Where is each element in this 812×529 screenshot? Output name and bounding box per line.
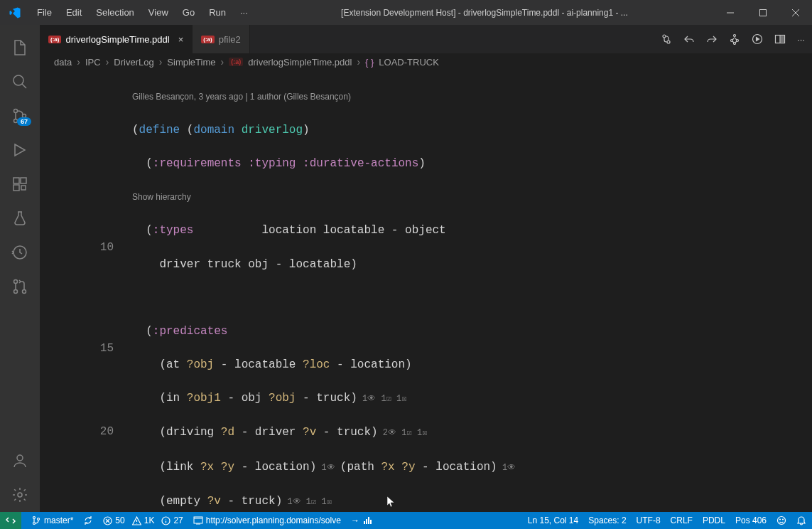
svg-rect-29 bbox=[194, 517, 202, 523]
svg-point-24 bbox=[33, 517, 36, 519]
menu-overflow[interactable]: ··· bbox=[233, 3, 255, 22]
tab-label: pfile2 bbox=[219, 34, 241, 45]
breadcrumb-symbol[interactable]: LOAD-TRUCK bbox=[379, 57, 439, 68]
next-change-icon[interactable] bbox=[706, 33, 718, 45]
breadcrumb-segment[interactable]: DriverLog bbox=[114, 57, 153, 68]
window-controls bbox=[714, 0, 812, 25]
activity-bar: 67 bbox=[0, 25, 40, 512]
run-debug-icon[interactable] bbox=[3, 133, 37, 167]
remote-indicator[interactable] bbox=[0, 512, 21, 529]
chevron-right-icon: › bbox=[159, 56, 163, 68]
breadcrumb-segment[interactable]: data bbox=[54, 57, 72, 68]
chevron-right-icon: › bbox=[77, 56, 80, 68]
more-actions-icon[interactable]: ··· bbox=[797, 34, 805, 45]
scm-badge: 67 bbox=[17, 117, 31, 126]
line-gutter: 10 15 20 bbox=[40, 70, 132, 512]
svg-point-15 bbox=[663, 35, 666, 38]
testing-icon[interactable] bbox=[3, 201, 37, 235]
codelens-hierarchy[interactable]: Show hierarchy bbox=[132, 192, 191, 202]
svg-point-16 bbox=[667, 41, 670, 43]
window-title: [Extension Development Host] - driverlog… bbox=[255, 8, 714, 18]
problems-indicator[interactable]: 50 1K 27 bbox=[103, 515, 183, 525]
cursor-position[interactable]: Ln 15, Col 14 bbox=[528, 515, 578, 525]
svg-point-1 bbox=[13, 75, 23, 85]
accounts-icon[interactable] bbox=[3, 444, 37, 478]
svg-point-14 bbox=[18, 493, 22, 497]
svg-point-36 bbox=[783, 519, 784, 520]
svg-rect-0 bbox=[760, 9, 767, 16]
sync-indicator[interactable] bbox=[83, 515, 93, 525]
prev-change-icon[interactable] bbox=[683, 33, 695, 45]
svg-point-12 bbox=[23, 290, 26, 294]
menu-go[interactable]: Go bbox=[175, 3, 202, 22]
menu-run[interactable]: Run bbox=[202, 3, 233, 22]
svg-point-11 bbox=[14, 290, 18, 294]
svg-point-26 bbox=[38, 518, 40, 520]
svg-rect-5 bbox=[13, 178, 19, 183]
pddl-file-icon: (:a) bbox=[229, 58, 243, 66]
solver-url[interactable]: http://solver.planning.domains/solve bbox=[193, 515, 341, 525]
svg-rect-33 bbox=[370, 520, 372, 524]
editor-tabs: (:a) driverlogSimpleTime.pddl × (:a) pfi… bbox=[40, 25, 812, 53]
language-mode[interactable]: PDDL bbox=[703, 515, 725, 525]
tab-pfile2[interactable]: (:a) pfile2 bbox=[193, 25, 250, 53]
file-position[interactable]: Pos 406 bbox=[735, 515, 767, 525]
chevron-right-icon: › bbox=[221, 56, 224, 68]
svg-rect-23 bbox=[781, 36, 784, 42]
svg-point-34 bbox=[778, 517, 786, 525]
branch-indicator[interactable]: master* bbox=[31, 515, 73, 525]
menu-view[interactable]: View bbox=[141, 3, 175, 22]
split-editor-icon[interactable] bbox=[774, 33, 786, 45]
eol[interactable]: CRLF bbox=[671, 515, 693, 525]
svg-point-25 bbox=[33, 523, 36, 525]
compare-icon[interactable] bbox=[661, 33, 672, 45]
maximize-button[interactable] bbox=[747, 0, 779, 25]
tab-driverlog[interactable]: (:a) driverlogSimpleTime.pddl × bbox=[40, 25, 193, 53]
breadcrumbs[interactable]: data › IPC › DriverLog › SimpleTime › (:… bbox=[40, 53, 812, 70]
settings-gear-icon[interactable] bbox=[3, 478, 37, 512]
source-control-icon[interactable]: 67 bbox=[3, 99, 37, 133]
symbol-icon: { } bbox=[365, 57, 374, 68]
svg-rect-31 bbox=[366, 519, 367, 524]
menu-bar: File Edit Selection View Go Run ··· bbox=[30, 3, 255, 22]
indentation[interactable]: Spaces: 2 bbox=[588, 515, 626, 525]
code-editor[interactable]: 10 15 20 Gilles Besançon, 3 years ago | … bbox=[40, 70, 812, 512]
tab-label: driverlogSimpleTime.pddl bbox=[65, 34, 169, 45]
pddl-file-icon: (:a) bbox=[201, 36, 214, 43]
svg-rect-7 bbox=[13, 185, 19, 191]
svg-rect-8 bbox=[21, 186, 26, 190]
extensions-icon[interactable] bbox=[3, 167, 37, 201]
run-plan-icon[interactable] bbox=[752, 33, 763, 45]
svg-point-2 bbox=[14, 109, 18, 113]
code-text[interactable]: Gilles Besançon, 3 years ago | 1 author … bbox=[132, 70, 812, 512]
menu-file[interactable]: File bbox=[30, 3, 59, 22]
close-button[interactable] bbox=[779, 0, 812, 25]
breadcrumb-file[interactable]: driverlogSimpleTime.pddl bbox=[248, 57, 352, 68]
tab-close-icon[interactable]: × bbox=[178, 34, 184, 45]
history-icon[interactable] bbox=[3, 235, 37, 269]
menu-selection[interactable]: Selection bbox=[89, 3, 141, 22]
svg-point-17 bbox=[734, 35, 736, 37]
encoding[interactable]: UTF-8 bbox=[637, 515, 661, 525]
plan-run-indicator[interactable]: → bbox=[351, 515, 372, 525]
pull-requests-icon[interactable] bbox=[3, 269, 37, 304]
explorer-icon[interactable] bbox=[3, 31, 37, 65]
svg-rect-6 bbox=[21, 178, 26, 183]
svg-point-35 bbox=[780, 519, 781, 520]
visualize-icon[interactable] bbox=[729, 33, 740, 45]
notifications-icon[interactable] bbox=[796, 515, 806, 525]
editor-actions: ··· bbox=[661, 25, 812, 53]
svg-point-10 bbox=[14, 280, 18, 284]
vscode-logo-icon bbox=[9, 6, 21, 19]
svg-rect-30 bbox=[364, 521, 365, 524]
status-bar: master* 50 1K 27 http://solver.planning.… bbox=[0, 512, 812, 529]
chevron-right-icon: › bbox=[106, 56, 109, 68]
breadcrumb-segment[interactable]: IPC bbox=[85, 57, 101, 68]
menu-edit[interactable]: Edit bbox=[59, 3, 89, 22]
codelens-blame[interactable]: Gilles Besançon, 3 years ago | 1 author … bbox=[132, 92, 351, 102]
feedback-icon[interactable] bbox=[776, 515, 786, 525]
svg-point-13 bbox=[17, 455, 23, 461]
minimize-button[interactable] bbox=[714, 0, 747, 25]
search-icon[interactable] bbox=[3, 65, 37, 99]
breadcrumb-segment[interactable]: SimpleTime bbox=[167, 57, 215, 68]
